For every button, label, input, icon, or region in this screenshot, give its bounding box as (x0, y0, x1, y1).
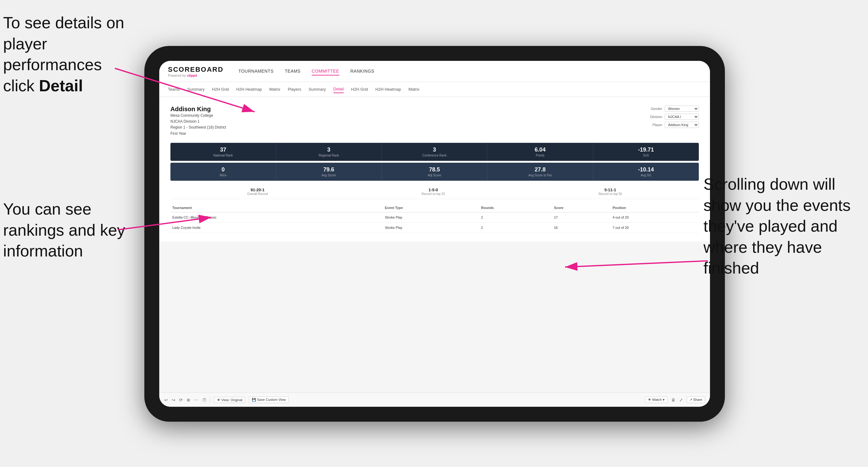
annotation-detail: To see details on player performances cl… (3, 12, 133, 96)
stat-points: 6.04 Points (487, 143, 593, 161)
sub-nav-h2h-heatmap[interactable]: H2H Heatmap (236, 86, 262, 93)
sub-nav-h2h-heatmap2[interactable]: H2H Heatmap (375, 86, 401, 93)
watch-icon: 👁 (648, 398, 651, 402)
top-nav: SCOREBOARD Powered by clippd TOURNAMENTS… (159, 61, 710, 82)
annotation-detail-text: To see details on player performances cl… (3, 14, 124, 95)
stat-sos-value: -19.71 (596, 147, 696, 153)
screen-icon[interactable]: 🖥 (671, 398, 676, 402)
player-name: Addison King (170, 105, 226, 113)
stat-wins-label: Wins (174, 174, 273, 177)
tablet-screen: SCOREBOARD Powered by clippd TOURNAMENTS… (159, 61, 710, 407)
save-icon: 💾 (252, 398, 256, 402)
logo-powered: Powered by clippd (168, 73, 223, 77)
player-filter-row: Player Addison King (645, 122, 699, 128)
record-overall-label: Overall Record (247, 192, 268, 196)
stat-avg-score-par: 27.8 Avg Score to Par (487, 163, 593, 181)
stat-adj-score-label: Adj Score (385, 174, 484, 177)
stat-sos-label: SoS (596, 154, 696, 157)
player-division: NJCAA Division 1 (170, 119, 226, 125)
gender-select[interactable]: Women (665, 105, 699, 112)
stat-national-rank: 37 National Rank (170, 143, 276, 161)
player-select[interactable]: Addison King (665, 122, 699, 128)
stat-conference-rank: 3 Conference Rank (382, 143, 487, 161)
tournament-name-1: Estella CC- Mountain Classic (170, 212, 383, 222)
stat-avg-sg: -10.14 Avg SG (593, 163, 699, 181)
logo-clippd: clippd (187, 73, 197, 77)
sub-nav-detail[interactable]: Detail (333, 85, 344, 93)
stat-sos: -19.71 SoS (593, 143, 699, 161)
logo-scoreboard: SCOREBOARD (168, 65, 223, 73)
record-overall: 91-20-1 Overall Record (247, 188, 268, 196)
stat-points-value: 6.04 (491, 147, 590, 153)
annotation-rankings: You can see rankings and key information (3, 199, 133, 262)
stat-avg-score-value: 79.6 (279, 166, 378, 173)
settings-icon[interactable]: ⋯ (194, 398, 198, 402)
nav-teams[interactable]: TEAMS (285, 67, 301, 75)
sub-nav: Teams Summary H2H Grid H2H Heatmap Matri… (159, 82, 710, 97)
undo-icon[interactable]: ↩ (164, 398, 168, 402)
stat-avg-score-par-label: Avg Score to Par (491, 174, 590, 177)
player-info: Addison King Mesa Community College NJCA… (170, 105, 226, 136)
stat-wins: 0 Wins (170, 163, 276, 181)
record-top25-value: 1-5-0 (422, 188, 445, 192)
records-row: 91-20-1 Overall Record 1-5-0 Record vs t… (170, 184, 699, 199)
events-table: Tournament Event Type Rounds Score Posit… (170, 204, 699, 233)
stat-avg-sg-label: Avg SG (596, 174, 696, 177)
view-icon: 👁 (217, 398, 220, 402)
logo-area: SCOREBOARD Powered by clippd (168, 65, 223, 77)
annotation-scrolling-text: Scrolling down will show you the events … (704, 175, 850, 277)
nav-tournaments[interactable]: TOURNAMENTS (239, 67, 274, 75)
player-header: Addison King Mesa Community College NJCA… (170, 105, 699, 136)
expand-icon[interactable]: ⤢ (679, 398, 683, 402)
view-original-btn[interactable]: 👁 View: Original (214, 397, 245, 403)
watch-btn[interactable]: 👁 Watch ▾ (645, 397, 668, 403)
redo-icon[interactable]: ↪ (172, 398, 176, 402)
col-event-type: Event Type (383, 204, 479, 212)
player-year: First Year (170, 131, 226, 136)
nav-rankings[interactable]: RANKINGS (350, 67, 374, 75)
stat-national-rank-value: 37 (174, 147, 273, 153)
division-select[interactable]: NJCAA I (665, 114, 699, 120)
division-label: Division (645, 115, 662, 119)
gender-label: Gender (645, 107, 662, 111)
player-filters: Gender Women Division NJCAA I (645, 105, 699, 128)
tablet-frame: SCOREBOARD Powered by clippd TOURNAMENTS… (144, 46, 725, 422)
zoom-icon[interactable]: ⊕ (187, 398, 190, 402)
sub-nav-matrix2[interactable]: Matrix (408, 86, 420, 93)
stat-regional-rank-label: Regional Rank (279, 154, 378, 157)
col-score: Score (552, 204, 611, 212)
nav-committee[interactable]: COMMITTEE (312, 67, 339, 75)
sub-nav-players[interactable]: Players (288, 86, 301, 93)
sub-nav-matrix[interactable]: Matrix (269, 86, 280, 93)
sub-nav-summary2[interactable]: Summary (309, 86, 326, 93)
watch-chevron: ▾ (663, 398, 665, 402)
stat-national-rank-label: National Rank (174, 154, 273, 157)
sub-nav-teams[interactable]: Teams (168, 86, 180, 93)
sub-nav-h2h-grid2[interactable]: H2H Grid (351, 86, 368, 93)
score-1: 17 (552, 212, 611, 222)
stat-avg-score-par-value: 27.8 (491, 166, 590, 173)
refresh-icon[interactable]: ⟳ (179, 398, 183, 402)
bottom-toolbar: ↩ ↪ ⟳ ⊕ ⋯ ⏱ 👁 View: Original 💾 Save Cust… (159, 393, 710, 407)
player-school: Mesa Community College (170, 113, 226, 119)
stat-conference-rank-value: 3 (385, 147, 484, 153)
share-btn[interactable]: ↗ Share (687, 397, 705, 403)
rounds-1: 2 (479, 212, 552, 222)
share-icon: ↗ (689, 398, 692, 402)
sub-nav-summary[interactable]: Summary (187, 86, 205, 93)
score-2: 16 (552, 222, 611, 232)
tournament-name-2: Lady Coyote Invite (170, 222, 383, 232)
save-custom-view-btn[interactable]: 💾 Save Custom View (249, 397, 289, 403)
watch-label: Watch (652, 398, 662, 402)
stat-conference-rank-label: Conference Rank (385, 154, 484, 157)
table-row: Lady Coyote Invite Stroke Play 2 16 7 ou… (170, 222, 699, 232)
table-row: Estella CC- Mountain Classic Stroke Play… (170, 212, 699, 222)
record-top25-label: Record vs top 25 (422, 192, 445, 196)
main-content: Addison King Mesa Community College NJCA… (159, 97, 710, 393)
record-top25: 1-5-0 Record vs top 25 (422, 188, 445, 196)
stat-wins-value: 0 (174, 166, 273, 173)
timer-icon[interactable]: ⏱ (202, 398, 207, 402)
sub-nav-h2h-grid[interactable]: H2H Grid (212, 86, 229, 93)
stat-points-label: Points (491, 154, 590, 157)
position-2: 7 out of 20 (611, 222, 699, 232)
